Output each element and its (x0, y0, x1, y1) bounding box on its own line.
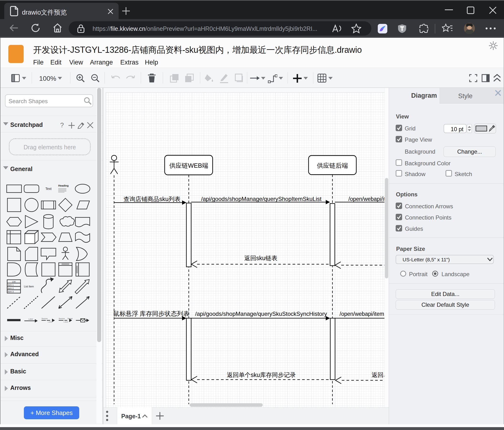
svg-text:Target: Target (67, 318, 73, 320)
svg-text:Label: Label (28, 318, 33, 320)
svg-text:Source: Source (59, 318, 65, 320)
svg-text:供应链WEB端: 供应链WEB端 (169, 162, 208, 169)
svg-text:/open/webapi/itemSkuList: /open/webapi/itemSkuList (348, 196, 384, 202)
svg-text:Label: Label (63, 321, 68, 323)
svg-text:返回单个sku库存同步记录: 返回单个sku库存同步记录 (227, 372, 296, 378)
svg-text:Label: Label (48, 321, 53, 323)
svg-text:/api/goods/shopManage/querySku: /api/goods/shopManage/querySkuStockSyncH… (195, 310, 327, 317)
svg-text:Heading: Heading (58, 184, 69, 187)
svg-text:Item 1: Item 1 (8, 284, 14, 286)
svg-text:/open/webapi/itemSkuSync: /open/webapi/itemSkuSync (340, 311, 384, 317)
svg-text:返回单个sku: 返回单个sku (372, 372, 384, 378)
svg-text:供应链后端: 供应链后端 (317, 162, 348, 169)
svg-text:List Item: List Item (24, 285, 34, 288)
svg-text:Text: Text (45, 187, 52, 191)
svg-text:Item 3: Item 3 (8, 290, 14, 293)
svg-text:Item 2: Item 2 (8, 287, 14, 290)
svg-text:Source: Source (42, 318, 48, 320)
svg-text:查询店铺商品sku列表: 查询店铺商品sku列表 (124, 196, 181, 202)
svg-text:鼠标悬浮 库存同步状态列表: 鼠标悬浮 库存同步状态列表 (113, 310, 189, 317)
svg-text:/api/goods/shopManage/querySho: /api/goods/shopManage/queryShopItemSkuLi… (201, 196, 322, 202)
svg-text:返回sku链表: 返回sku链表 (244, 255, 278, 261)
svg-text:List: List (12, 280, 16, 283)
